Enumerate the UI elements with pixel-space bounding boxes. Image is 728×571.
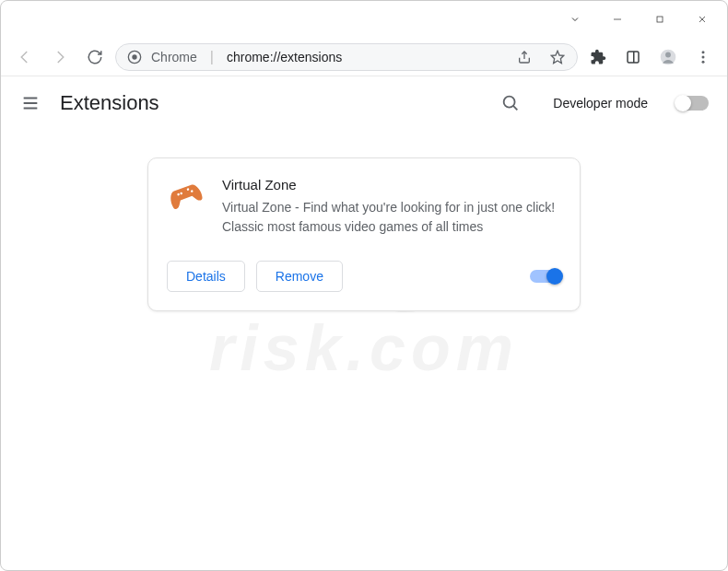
svg-rect-5 <box>657 17 663 22</box>
profile-button[interactable] <box>653 42 683 72</box>
hamburger-menu-button[interactable] <box>19 92 41 114</box>
search-icon[interactable] <box>499 92 522 114</box>
url-scheme: Chrome <box>151 50 197 64</box>
developer-mode-toggle[interactable] <box>675 96 709 111</box>
svg-marker-10 <box>551 51 563 63</box>
chrome-icon <box>127 50 142 64</box>
extension-card: Virtual Zone Virtual Zone - Find what yo… <box>147 157 581 311</box>
svg-point-21 <box>504 97 515 108</box>
window-controls <box>1 1 727 38</box>
address-bar[interactable]: Chrome | chrome://extensions <box>115 43 578 71</box>
svg-point-9 <box>132 54 136 59</box>
page-title: Extensions <box>60 91 159 115</box>
svg-point-15 <box>702 51 705 53</box>
extensions-button[interactable] <box>583 42 613 72</box>
share-icon[interactable] <box>516 49 533 65</box>
browser-toolbar: Chrome | chrome://extensions <box>1 38 727 76</box>
star-icon[interactable] <box>549 49 566 65</box>
kebab-menu-button[interactable] <box>688 42 718 72</box>
back-button[interactable] <box>10 42 40 72</box>
extension-enable-toggle[interactable] <box>530 270 561 283</box>
minimize-button[interactable] <box>596 4 639 35</box>
svg-point-16 <box>702 55 705 58</box>
remove-button[interactable]: Remove <box>256 261 343 292</box>
svg-line-22 <box>513 106 517 110</box>
forward-button[interactable] <box>45 42 75 72</box>
url-separator: | <box>210 49 214 65</box>
url-text: chrome://extensions <box>227 50 342 64</box>
svg-point-14 <box>665 52 671 57</box>
developer-mode-label: Developer mode <box>553 96 648 111</box>
extensions-list: Virtual Zone Virtual Zone - Find what yo… <box>1 130 727 311</box>
details-button[interactable]: Details <box>167 261 245 292</box>
chevron-down-icon[interactable] <box>554 4 596 35</box>
page-header: Extensions Developer mode <box>1 76 727 130</box>
svg-point-17 <box>702 60 705 63</box>
extension-description: Virtual Zone - Find what you're looking … <box>222 198 561 237</box>
maximize-button[interactable] <box>639 4 681 35</box>
sidepanel-button[interactable] <box>618 42 648 72</box>
reload-button[interactable] <box>80 42 110 72</box>
gamepad-icon <box>167 177 204 214</box>
close-button[interactable] <box>681 4 723 35</box>
extension-name: Virtual Zone <box>222 177 561 192</box>
